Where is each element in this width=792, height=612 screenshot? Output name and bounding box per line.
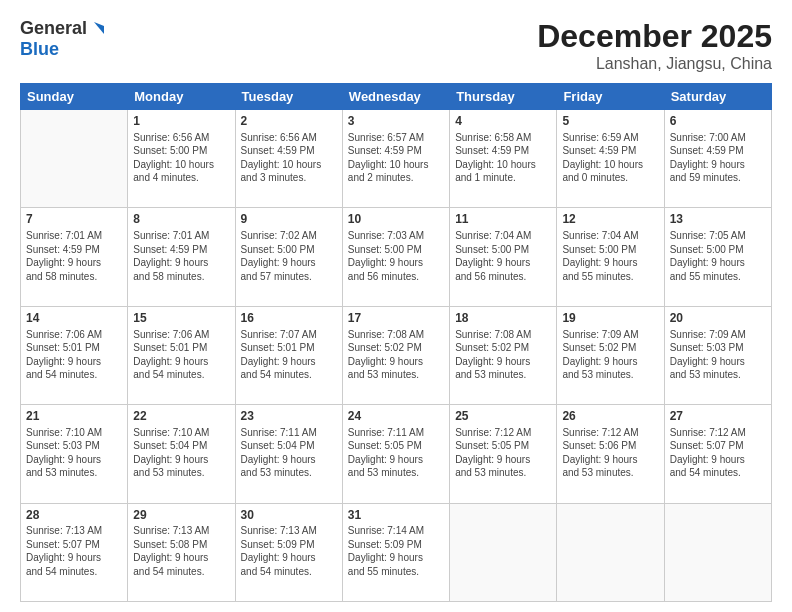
day-info: Sunrise: 7:09 AM Sunset: 5:03 PM Dayligh… <box>670 328 766 382</box>
calendar-cell: 12Sunrise: 7:04 AM Sunset: 5:00 PM Dayli… <box>557 208 664 306</box>
day-number: 20 <box>670 310 766 327</box>
calendar-cell: 11Sunrise: 7:04 AM Sunset: 5:00 PM Dayli… <box>450 208 557 306</box>
day-info: Sunrise: 7:13 AM Sunset: 5:09 PM Dayligh… <box>241 524 337 578</box>
day-number: 4 <box>455 113 551 130</box>
day-number: 8 <box>133 211 229 228</box>
day-info: Sunrise: 7:13 AM Sunset: 5:08 PM Dayligh… <box>133 524 229 578</box>
logo-general: General <box>20 18 87 39</box>
day-info: Sunrise: 7:08 AM Sunset: 5:02 PM Dayligh… <box>455 328 551 382</box>
calendar-cell <box>557 503 664 601</box>
location: Lanshan, Jiangsu, China <box>537 55 772 73</box>
logo-blue: Blue <box>20 39 59 59</box>
day-info: Sunrise: 7:03 AM Sunset: 5:00 PM Dayligh… <box>348 229 444 283</box>
logo: General Blue <box>20 18 107 60</box>
calendar-table: SundayMondayTuesdayWednesdayThursdayFrid… <box>20 83 772 602</box>
day-info: Sunrise: 7:10 AM Sunset: 5:04 PM Dayligh… <box>133 426 229 480</box>
day-number: 18 <box>455 310 551 327</box>
day-number: 15 <box>133 310 229 327</box>
day-number: 12 <box>562 211 658 228</box>
day-info: Sunrise: 6:59 AM Sunset: 4:59 PM Dayligh… <box>562 131 658 185</box>
day-info: Sunrise: 7:11 AM Sunset: 5:04 PM Dayligh… <box>241 426 337 480</box>
calendar-cell: 20Sunrise: 7:09 AM Sunset: 5:03 PM Dayli… <box>664 306 771 404</box>
day-info: Sunrise: 7:08 AM Sunset: 5:02 PM Dayligh… <box>348 328 444 382</box>
weekday-header: Thursday <box>450 84 557 110</box>
calendar-cell: 21Sunrise: 7:10 AM Sunset: 5:03 PM Dayli… <box>21 405 128 503</box>
calendar-cell: 14Sunrise: 7:06 AM Sunset: 5:01 PM Dayli… <box>21 306 128 404</box>
logo-icon <box>88 20 106 38</box>
weekday-header: Tuesday <box>235 84 342 110</box>
calendar-cell <box>450 503 557 601</box>
day-number: 30 <box>241 507 337 524</box>
day-info: Sunrise: 7:09 AM Sunset: 5:02 PM Dayligh… <box>562 328 658 382</box>
day-number: 11 <box>455 211 551 228</box>
day-number: 28 <box>26 507 122 524</box>
calendar-cell <box>664 503 771 601</box>
calendar-cell <box>21 110 128 208</box>
day-info: Sunrise: 7:05 AM Sunset: 5:00 PM Dayligh… <box>670 229 766 283</box>
day-number: 5 <box>562 113 658 130</box>
calendar-cell: 16Sunrise: 7:07 AM Sunset: 5:01 PM Dayli… <box>235 306 342 404</box>
day-info: Sunrise: 7:12 AM Sunset: 5:05 PM Dayligh… <box>455 426 551 480</box>
day-number: 13 <box>670 211 766 228</box>
title-block: December 2025 Lanshan, Jiangsu, China <box>537 18 772 73</box>
day-info: Sunrise: 7:06 AM Sunset: 5:01 PM Dayligh… <box>133 328 229 382</box>
day-number: 3 <box>348 113 444 130</box>
day-info: Sunrise: 6:58 AM Sunset: 4:59 PM Dayligh… <box>455 131 551 185</box>
calendar-cell: 31Sunrise: 7:14 AM Sunset: 5:09 PM Dayli… <box>342 503 449 601</box>
calendar-cell: 5Sunrise: 6:59 AM Sunset: 4:59 PM Daylig… <box>557 110 664 208</box>
day-info: Sunrise: 7:06 AM Sunset: 5:01 PM Dayligh… <box>26 328 122 382</box>
day-number: 14 <box>26 310 122 327</box>
day-number: 24 <box>348 408 444 425</box>
day-info: Sunrise: 6:56 AM Sunset: 4:59 PM Dayligh… <box>241 131 337 185</box>
day-number: 19 <box>562 310 658 327</box>
calendar-cell: 23Sunrise: 7:11 AM Sunset: 5:04 PM Dayli… <box>235 405 342 503</box>
day-info: Sunrise: 7:11 AM Sunset: 5:05 PM Dayligh… <box>348 426 444 480</box>
day-info: Sunrise: 6:57 AM Sunset: 4:59 PM Dayligh… <box>348 131 444 185</box>
calendar-cell: 6Sunrise: 7:00 AM Sunset: 4:59 PM Daylig… <box>664 110 771 208</box>
calendar-cell: 8Sunrise: 7:01 AM Sunset: 4:59 PM Daylig… <box>128 208 235 306</box>
calendar-cell: 18Sunrise: 7:08 AM Sunset: 5:02 PM Dayli… <box>450 306 557 404</box>
calendar-cell: 1Sunrise: 6:56 AM Sunset: 5:00 PM Daylig… <box>128 110 235 208</box>
calendar-cell: 29Sunrise: 7:13 AM Sunset: 5:08 PM Dayli… <box>128 503 235 601</box>
day-info: Sunrise: 7:02 AM Sunset: 5:00 PM Dayligh… <box>241 229 337 283</box>
weekday-header: Saturday <box>664 84 771 110</box>
day-number: 7 <box>26 211 122 228</box>
calendar-cell: 24Sunrise: 7:11 AM Sunset: 5:05 PM Dayli… <box>342 405 449 503</box>
calendar-cell: 2Sunrise: 6:56 AM Sunset: 4:59 PM Daylig… <box>235 110 342 208</box>
day-info: Sunrise: 7:14 AM Sunset: 5:09 PM Dayligh… <box>348 524 444 578</box>
calendar-cell: 7Sunrise: 7:01 AM Sunset: 4:59 PM Daylig… <box>21 208 128 306</box>
day-info: Sunrise: 7:00 AM Sunset: 4:59 PM Dayligh… <box>670 131 766 185</box>
month-title: December 2025 <box>537 18 772 55</box>
day-number: 1 <box>133 113 229 130</box>
calendar-cell: 13Sunrise: 7:05 AM Sunset: 5:00 PM Dayli… <box>664 208 771 306</box>
day-number: 31 <box>348 507 444 524</box>
day-number: 6 <box>670 113 766 130</box>
day-number: 23 <box>241 408 337 425</box>
calendar-cell: 19Sunrise: 7:09 AM Sunset: 5:02 PM Dayli… <box>557 306 664 404</box>
day-number: 10 <box>348 211 444 228</box>
calendar-cell: 15Sunrise: 7:06 AM Sunset: 5:01 PM Dayli… <box>128 306 235 404</box>
day-number: 9 <box>241 211 337 228</box>
day-info: Sunrise: 6:56 AM Sunset: 5:00 PM Dayligh… <box>133 131 229 185</box>
day-number: 21 <box>26 408 122 425</box>
weekday-header: Friday <box>557 84 664 110</box>
day-number: 16 <box>241 310 337 327</box>
day-info: Sunrise: 7:01 AM Sunset: 4:59 PM Dayligh… <box>133 229 229 283</box>
day-info: Sunrise: 7:07 AM Sunset: 5:01 PM Dayligh… <box>241 328 337 382</box>
day-number: 22 <box>133 408 229 425</box>
day-number: 17 <box>348 310 444 327</box>
calendar-cell: 28Sunrise: 7:13 AM Sunset: 5:07 PM Dayli… <box>21 503 128 601</box>
calendar-cell: 22Sunrise: 7:10 AM Sunset: 5:04 PM Dayli… <box>128 405 235 503</box>
day-number: 26 <box>562 408 658 425</box>
calendar-cell: 3Sunrise: 6:57 AM Sunset: 4:59 PM Daylig… <box>342 110 449 208</box>
day-info: Sunrise: 7:01 AM Sunset: 4:59 PM Dayligh… <box>26 229 122 283</box>
page: General Blue December 2025 Lanshan, Jian… <box>0 0 792 612</box>
day-number: 25 <box>455 408 551 425</box>
calendar-cell: 25Sunrise: 7:12 AM Sunset: 5:05 PM Dayli… <box>450 405 557 503</box>
day-info: Sunrise: 7:12 AM Sunset: 5:07 PM Dayligh… <box>670 426 766 480</box>
day-number: 27 <box>670 408 766 425</box>
day-info: Sunrise: 7:13 AM Sunset: 5:07 PM Dayligh… <box>26 524 122 578</box>
day-info: Sunrise: 7:12 AM Sunset: 5:06 PM Dayligh… <box>562 426 658 480</box>
svg-marker-0 <box>94 22 104 34</box>
day-info: Sunrise: 7:04 AM Sunset: 5:00 PM Dayligh… <box>562 229 658 283</box>
